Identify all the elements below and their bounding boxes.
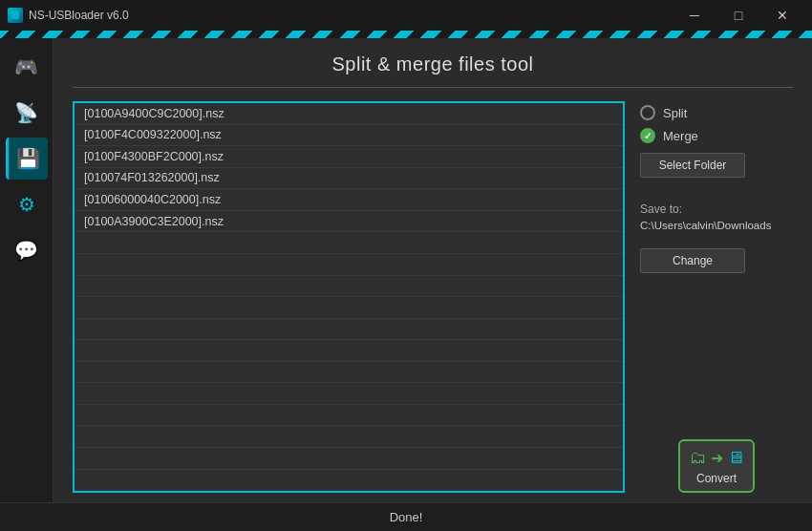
save-to-section: Save to: C:\Users\calvin\Downloads [640,197,793,233]
maximize-button[interactable]: □ [716,0,760,31]
file-row-empty [75,340,623,362]
split-merge-icon: 💾 [16,147,40,170]
file-row-empty [75,405,623,427]
merge-radio-item[interactable]: Merge [640,128,793,143]
file-row-empty [75,448,623,470]
file-row[interactable]: [010074F013262000].nsz [75,168,623,190]
split-radio-item[interactable]: Split [640,105,793,120]
app-icon [8,8,23,23]
save-to-label: Save to: [640,202,793,216]
rcm-icon: 📡 [14,101,38,124]
file-row-empty [75,470,623,492]
split-radio-circle [640,105,655,120]
save-path-text: C:\Users\calvin\Downloads [640,218,793,233]
minimize-button[interactable]: ─ [673,0,716,31]
file-row[interactable]: [0100A3900C3E2000].nsz [75,211,623,233]
app-body: 🎮 📡 💾 ⚙ 💬 Split & merge files tool [0100… [0,38,812,502]
file-list-container[interactable]: [0100A9400C9C2000].nsz[0100F4C009322000]… [73,101,625,493]
file-row-empty [75,362,623,384]
file-row-empty [75,383,623,405]
file-row[interactable]: [0100F4C009322000].nsz [75,125,623,147]
file-row-empty [75,276,623,298]
arrow-right-icon: ➜ [711,449,723,467]
file-row-empty [75,232,623,254]
cart-icon: 🖥 [727,448,744,468]
split-radio-label: Split [663,106,687,120]
status-text: Done! [390,510,423,524]
sidebar-item-settings[interactable]: ⚙ [6,183,48,225]
sidebar-item-log[interactable]: 💬 [6,229,48,271]
file-row[interactable]: [0100F4300BF2C000].nsz [75,146,623,168]
settings-icon: ⚙ [18,193,35,216]
convert-section: 🗂 ➜ 🖥 Convert [640,439,793,493]
main-row: [0100A9400C9C2000].nsz[0100F4C009322000]… [73,101,793,493]
title-divider [73,87,793,88]
status-bar: Done! [0,502,812,531]
close-button[interactable]: ✕ [760,0,804,31]
titlebar-controls: ─ □ ✕ [673,0,804,31]
sidebar-item-split-merge[interactable]: 💾 [6,138,48,180]
file-row-empty [75,426,623,448]
radio-group: Split Merge [640,105,793,143]
change-button[interactable]: Change [640,248,745,273]
file-row-empty [75,254,623,276]
file-row[interactable]: [01006000040C2000].nsz [75,189,623,211]
convert-icon-row: 🗂 ➜ 🖥 [690,448,744,468]
right-panel: Split Merge Select Folder Save to: C:\Us… [640,101,793,493]
convert-button[interactable]: 🗂 ➜ 🖥 Convert [678,439,755,493]
titlebar: NS-USBloader v6.0 ─ □ ✕ [0,0,812,31]
svg-rect-0 [11,11,19,19]
sidebar-item-gamepad[interactable]: 🎮 [6,46,48,88]
sidebar: 🎮 📡 💾 ⚙ 💬 [0,38,53,502]
titlebar-title: NS-USBloader v6.0 [29,9,673,22]
convert-label: Convert [696,472,737,485]
sidebar-item-rcm[interactable]: 📡 [6,92,48,134]
page-title: Split & merge files tool [73,53,793,75]
log-icon: 💬 [14,239,38,262]
select-folder-button[interactable]: Select Folder [640,153,745,178]
file-row-empty [75,297,623,319]
cyan-stripe [0,31,812,38]
merge-radio-circle [640,128,655,143]
merge-radio-label: Merge [663,129,698,143]
gamepad-icon: 🎮 [14,55,38,78]
content-area: Split & merge files tool [0100A9400C9C20… [53,38,812,502]
file-row[interactable]: [0100A9400C9C2000].nsz [75,103,623,125]
card-icon: 🗂 [690,448,707,468]
file-row-empty [75,319,623,341]
